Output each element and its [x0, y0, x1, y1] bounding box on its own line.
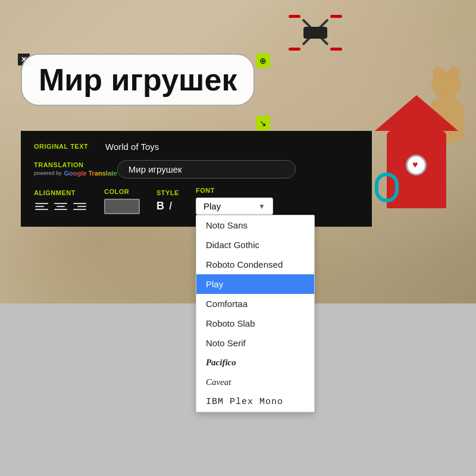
style-group: STYLE B I — [156, 189, 179, 212]
original-text-row: ORIGINAL TEXT World of Toys — [34, 142, 359, 152]
font-selected-label: Play — [203, 201, 221, 211]
alignment-buttons — [34, 200, 87, 213]
align-left-button[interactable] — [34, 200, 49, 213]
font-option-didact-gothic[interactable]: Didact Gothic — [196, 235, 314, 255]
align-center-button[interactable] — [53, 200, 68, 213]
style-label: STYLE — [156, 189, 179, 196]
original-text-label: ORIGINAL TEXT — [34, 142, 105, 150]
font-option-roboto-condensed[interactable]: Roboto Condensed — [196, 255, 314, 274]
font-option-noto-sans[interactable]: Noto Sans — [196, 215, 314, 235]
scene: ✕ ⊕ Мир игрушек ↘ ORIGINAL TEXT World of… — [0, 0, 476, 476]
translation-label: TRANSLATION — [34, 160, 117, 168]
bottom-controls: ALIGNMENT — [34, 187, 359, 215]
font-option-caveat[interactable]: Caveat — [196, 372, 314, 392]
google-translate-badge: powered by Google Translate — [34, 170, 117, 177]
google-text: Google Translate — [64, 170, 117, 177]
toy-house-decoration — [375, 89, 458, 208]
chevron-down-icon: ▼ — [258, 202, 265, 211]
resize-handle[interactable]: ↘ — [256, 116, 270, 130]
powered-by-text: powered by — [34, 170, 62, 176]
control-panel: ORIGINAL TEXT World of Toys TRANSLATION … — [21, 131, 372, 227]
alignment-label: ALIGNMENT — [34, 189, 76, 196]
alignment-group: ALIGNMENT — [34, 189, 87, 213]
translation-row: TRANSLATION powered by Google Translate — [34, 160, 359, 178]
font-option-pacifico[interactable]: Pacifico — [196, 353, 314, 372]
move-handle[interactable]: ⊕ — [256, 54, 270, 68]
font-dropdown-list: Noto Sans Didact Gothic Roboto Condensed… — [196, 215, 315, 412]
font-option-noto-serif[interactable]: Noto Serif — [196, 333, 314, 353]
color-picker-button[interactable] — [104, 199, 140, 214]
font-group: FONT Play ▼ Noto Sans Didact Gothic Robo… — [196, 187, 273, 215]
bold-button[interactable]: B — [156, 200, 164, 212]
font-label: FONT — [196, 187, 215, 194]
align-right-button[interactable] — [72, 200, 87, 213]
font-option-roboto-slab[interactable]: Roboto Slab — [196, 314, 314, 333]
font-option-play[interactable]: Play — [196, 274, 314, 294]
font-option-ibm-plex-mono[interactable]: IBM Plex Mono — [196, 392, 314, 412]
drone-decoration — [286, 12, 345, 54]
style-buttons: B I — [156, 200, 172, 212]
font-option-comfortaa[interactable]: Comfortaa — [196, 294, 314, 314]
italic-button[interactable]: I — [169, 200, 172, 212]
color-group: COLOR — [104, 188, 140, 214]
font-select-button[interactable]: Play ▼ — [196, 198, 273, 215]
overlay-title: Мир игрушек — [39, 62, 237, 97]
original-text-value: World of Toys — [105, 142, 159, 152]
color-label: COLOR — [104, 188, 129, 195]
text-overlay-box: Мир игрушек — [21, 54, 255, 106]
translation-input[interactable] — [117, 160, 296, 178]
